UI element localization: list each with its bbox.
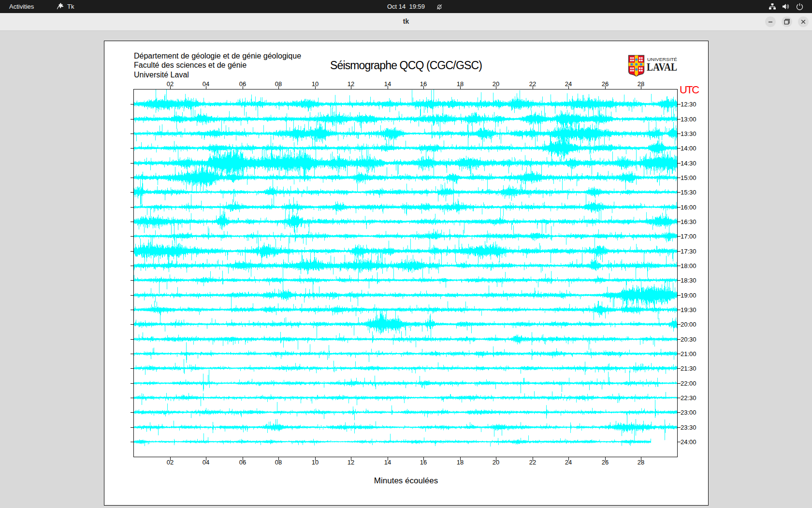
svg-text:LAVAL: LAVAL <box>647 61 677 73</box>
